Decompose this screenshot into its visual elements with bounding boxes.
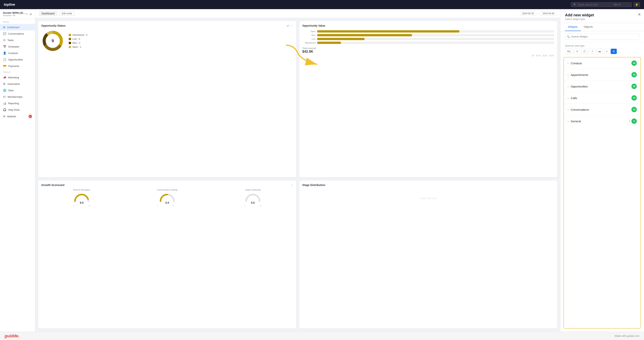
panel-search-input[interactable] [565, 33, 640, 40]
search-icon: 🔍 [573, 3, 576, 6]
widget-menu-button[interactable]: ⋮ [290, 24, 293, 27]
opportunity-status-legend: Abandoned - 3 Lost - 3 Won - 2 Open [69, 34, 88, 48]
general-chevron-icon: › [568, 120, 568, 123]
add-widget-panel: Add new widget Select widget type ✕ Widg… [560, 9, 644, 332]
general-info-icon: ℹ [629, 120, 630, 123]
panel-search-icon: 🔍 [567, 35, 570, 38]
scheduler-label: Scheduler [8, 45, 20, 48]
ct-clock-button[interactable]: 🕐 [581, 49, 588, 54]
layout-toggle-button[interactable]: ⊞ [30, 12, 32, 15]
opportunity-value-title: Opportunity Value [302, 24, 326, 27]
calls-item-badge: 13 [632, 95, 637, 101]
mailfold-badge: 17 [28, 115, 32, 118]
opportunities-item-badge: 16 [632, 84, 637, 89]
search-shortcut: Ctrl + K [614, 3, 621, 6]
sidebar-item-mailfold[interactable]: ✉ Mailfold 17 [0, 113, 35, 120]
sidebar-item-tasks[interactable]: ☑ Tasks [0, 37, 35, 43]
sidebar-item-memberships[interactable]: 🏷 Memberships [0, 94, 35, 100]
search-input[interactable] [578, 3, 612, 6]
panel-header: Add new widget Select widget type ✕ [560, 9, 644, 23]
widget-opportunity-value: Opportunity Value Open Won [299, 21, 557, 177]
sidebar-item-opportunities[interactable]: 📋 Opportunities [0, 56, 35, 63]
panel-subtitle: Select widget type [565, 18, 640, 20]
ct-number-button[interactable]: # [574, 49, 580, 54]
topbar: topline 🔍 Ctrl + K ⚡ [0, 0, 644, 9]
contacts-icon: 👤 [3, 51, 6, 55]
sidebar: Dunder Mifflin [D... Scranton, PA ▾ ⊞ Ap… [0, 9, 35, 332]
ct-hbar-button[interactable]: ≡ [604, 49, 610, 54]
content-header: Dashboard Edit mode 2024-02-25 → 2024-03… [35, 9, 560, 18]
tab-widgets[interactable]: Widgets [565, 23, 581, 31]
panel-search-area: 🔍 [560, 31, 644, 42]
sites-label: Sites [8, 89, 14, 92]
scheduler-icon: 📅 [3, 45, 6, 48]
sidebar-item-dashboard[interactable]: ⊞ Dashboard [0, 24, 35, 30]
payments-icon: 💳 [3, 64, 6, 67]
list-item-appointments[interactable]: › Appointments 15 [564, 69, 640, 81]
widget-filter-button[interactable]: ⇄ [287, 24, 289, 27]
list-item-general[interactable]: › General ℹ 0 [564, 115, 640, 127]
marketing-icon: 📣 [3, 76, 6, 79]
widget-list: › Contacts 14 › Appointments 15 › Opport… [564, 57, 641, 329]
panel-close-button[interactable]: ✕ [638, 12, 641, 17]
reporting-icon: 📊 [3, 102, 6, 105]
search-bar[interactable]: 🔍 Ctrl + K [571, 2, 632, 7]
sidebar-item-conversations[interactable]: 💬 Conversations [0, 30, 35, 37]
sidebar-item-contacts[interactable]: 👤 Contacts [0, 50, 35, 56]
apps-section-label: Apps [0, 19, 35, 24]
conversations-icon: 💬 [3, 32, 6, 35]
sites-icon: 🌐 [3, 89, 6, 92]
opportunities-chevron-icon: › [568, 85, 568, 88]
opportunities-icon: 📋 [3, 58, 6, 61]
date-to: 2024-03-26 [540, 11, 556, 16]
edit-mode-button[interactable]: Edit mode [60, 11, 75, 16]
sidebar-item-automation[interactable]: ⚙ Automation [0, 81, 35, 87]
contacts-item-badge: 14 [632, 60, 637, 66]
sidebar-item-payments[interactable]: 💳 Payments [0, 63, 35, 69]
general-item-label: General [571, 120, 629, 123]
list-item-contacts[interactable]: › Contacts 14 [564, 57, 640, 69]
dashboard-grid: Opportunity Status ⇄ ⋮ [35, 18, 560, 332]
memberships-label: Memberships [8, 95, 22, 98]
opportunity-status-title: Opportunity Status [41, 24, 66, 27]
topbar-logo: topline [4, 3, 15, 7]
ct-grid-button[interactable]: ⊞ [611, 49, 617, 54]
ct-line-button[interactable]: ↗ [589, 49, 595, 54]
chart-type-section: Show by chart type ALL # 🕐 ↗ ▬ ≡ ⊞ [560, 42, 644, 55]
sidebar-item-sites[interactable]: 🌐 Sites [0, 87, 35, 94]
sidebar-item-scheduler[interactable]: 📅 Scheduler [0, 43, 35, 50]
lightning-button[interactable]: ⚡ [633, 2, 640, 7]
tasks-label: Tasks [8, 39, 14, 42]
tab-objects[interactable]: Objects [581, 23, 596, 31]
calls-chevron-icon: › [568, 97, 568, 99]
date-from: 2024-02-25 [520, 11, 536, 16]
conversations-item-badge: 12 [632, 107, 637, 112]
ct-all-button[interactable]: ALL [565, 49, 573, 54]
contacts-chevron-icon: › [568, 62, 568, 65]
payments-label: Payments [8, 65, 19, 67]
footer-credit: Made with guidde.com [615, 335, 640, 337]
list-item-opportunities[interactable]: › Opportunities 16 [564, 81, 640, 92]
appointments-item-badge: 15 [632, 72, 637, 77]
growth-scorecard-title: Growth Scorecard [41, 183, 64, 186]
reporting-label: Reporting [8, 102, 19, 105]
ct-bar-button[interactable]: ▬ [596, 49, 603, 54]
donut-center-value: 9 [52, 38, 54, 43]
scorecard-menu-button[interactable]: ⋮ [290, 183, 293, 186]
dashboard-label: Dashboard [7, 26, 20, 29]
tasks-icon: ☑ [3, 39, 6, 42]
list-item-calls[interactable]: › Calls 13 [564, 92, 640, 104]
org-dropdown-icon[interactable]: ▾ [26, 13, 28, 15]
opportunities-label: Opportunities [8, 58, 23, 61]
widget-opportunity-status: Opportunity Status ⇄ ⋮ [38, 21, 296, 177]
automation-label: Automation [8, 83, 20, 85]
chart-type-label: Show by chart type [565, 44, 640, 47]
list-item-conversations[interactable]: › Conversations 12 [564, 104, 640, 115]
org-name: Dunder Mifflin [D... [3, 11, 25, 14]
sidebar-item-marketing[interactable]: 📣 Marketing [0, 74, 35, 81]
mailfold-icon: ✉ [3, 115, 5, 118]
sidebar-item-helpdesk[interactable]: 🎧 Help Desk [0, 107, 35, 113]
dashboard-breadcrumb: Dashboard [39, 11, 57, 16]
calls-item-label: Calls [571, 96, 632, 100]
sidebar-item-reporting[interactable]: 📊 Reporting [0, 100, 35, 107]
